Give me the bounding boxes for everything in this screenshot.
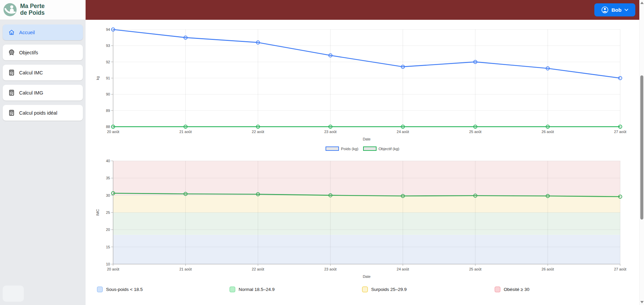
svg-text:20 août: 20 août xyxy=(107,130,119,134)
sidebar-item-calcul-img[interactable]: Calcul IMG xyxy=(3,85,83,101)
svg-text:kg: kg xyxy=(96,76,100,80)
svg-text:90: 90 xyxy=(106,92,110,96)
svg-text:25: 25 xyxy=(106,210,110,215)
svg-text:25 août: 25 août xyxy=(469,130,482,134)
imc-chart: 4035302520151020 août21 août22 août23 ao… xyxy=(86,154,639,285)
home-icon xyxy=(8,29,15,36)
calculator-icon xyxy=(8,89,15,96)
scroll-down-arrow[interactable] xyxy=(640,301,644,303)
svg-text:15: 15 xyxy=(106,245,110,249)
svg-text:20 août: 20 août xyxy=(107,267,119,271)
legend-item-normal: Normal 18.5–24.9 xyxy=(230,287,362,292)
svg-text:30: 30 xyxy=(106,193,110,197)
logo-icon xyxy=(3,3,17,16)
sidebar-item-label: Objectifs xyxy=(19,50,38,55)
target-icon xyxy=(8,49,15,56)
svg-text:10: 10 xyxy=(106,262,110,266)
sidebar-item-objectifs[interactable]: Objectifs xyxy=(3,45,83,60)
user-name: Bob xyxy=(611,7,622,13)
legend-item-poids[interactable]: Poids (kg) xyxy=(326,146,358,151)
weight-chart-legend: Poids (kg) Objectif (kg) xyxy=(86,146,639,151)
sidebar: Accueil Objectifs Calcul IMC xyxy=(0,20,86,305)
sous-poids-swatch xyxy=(97,287,103,292)
svg-text:35: 35 xyxy=(106,176,110,180)
app-logo[interactable]: Ma Perte de Poids xyxy=(0,0,86,20)
sidebar-item-label: Accueil xyxy=(19,30,35,35)
legend-item-obesite: Obésité ≥ 30 xyxy=(495,287,627,292)
svg-text:21 août: 21 août xyxy=(180,267,192,271)
main-content: 9493929190898820 août21 août22 août23 ao… xyxy=(86,20,639,305)
svg-text:Date: Date xyxy=(363,274,370,279)
legend-item-surpoids: Surpoids 25–29.9 xyxy=(362,287,495,292)
imc-zones-legend: Sous-poids < 18.5 Normal 18.5–24.9 Surpo… xyxy=(97,287,627,292)
chevron-down-icon xyxy=(625,9,628,11)
svg-text:23 août: 23 août xyxy=(324,130,337,134)
svg-text:27 août: 27 août xyxy=(614,267,627,271)
legend-item-sous-poids: Sous-poids < 18.5 xyxy=(97,287,230,292)
top-bar: Bob xyxy=(86,0,639,20)
svg-text:92: 92 xyxy=(106,60,110,64)
sidebar-item-label: Calcul IMG xyxy=(19,90,43,96)
user-menu-button[interactable]: Bob xyxy=(594,3,635,16)
obesite-swatch xyxy=(495,287,500,292)
scrollbar xyxy=(639,0,644,305)
svg-text:91: 91 xyxy=(106,76,110,80)
svg-text:89: 89 xyxy=(106,109,110,113)
svg-text:21 août: 21 août xyxy=(180,130,192,134)
calculator-icon xyxy=(8,69,15,76)
svg-text:94: 94 xyxy=(106,27,110,32)
app-title: Ma Perte de Poids xyxy=(20,3,45,16)
svg-text:23 août: 23 août xyxy=(324,267,337,271)
sidebar-ghost-card xyxy=(3,286,24,302)
calculator-icon xyxy=(8,110,15,116)
person-circle-icon xyxy=(601,6,608,13)
normal-swatch xyxy=(230,287,235,292)
svg-text:93: 93 xyxy=(106,44,110,48)
svg-text:24 août: 24 août xyxy=(397,130,409,134)
legend-item-objectif[interactable]: Objectif (kg) xyxy=(363,146,399,151)
svg-text:26 août: 26 août xyxy=(542,130,554,134)
svg-text:26 août: 26 août xyxy=(542,267,554,271)
svg-text:Date: Date xyxy=(363,137,370,141)
sidebar-item-label: Calcul IMC xyxy=(19,70,43,75)
sidebar-item-accueil[interactable]: Accueil xyxy=(3,24,83,40)
surpoids-swatch xyxy=(362,287,368,292)
svg-text:IMC: IMC xyxy=(96,209,100,216)
svg-text:22 août: 22 août xyxy=(252,267,264,271)
objectif-swatch xyxy=(363,146,377,151)
scrollbar-thumb[interactable] xyxy=(640,75,643,220)
svg-text:22 août: 22 août xyxy=(252,130,264,134)
svg-text:24 août: 24 août xyxy=(397,267,409,271)
svg-text:20: 20 xyxy=(106,228,110,232)
svg-text:25 août: 25 août xyxy=(469,267,482,271)
svg-text:88: 88 xyxy=(106,125,110,129)
svg-text:40: 40 xyxy=(106,159,110,163)
scroll-up-arrow[interactable] xyxy=(640,2,644,4)
weight-chart: 9493929190898820 août21 août22 août23 ao… xyxy=(86,20,639,154)
poids-swatch xyxy=(326,146,339,151)
svg-text:27 août: 27 août xyxy=(614,130,627,134)
sidebar-item-calcul-imc[interactable]: Calcul IMC xyxy=(3,65,83,80)
sidebar-item-calcul-poids-ideal[interactable]: Calcul poids idéal xyxy=(3,105,83,121)
sidebar-item-label: Calcul poids idéal xyxy=(19,110,57,116)
